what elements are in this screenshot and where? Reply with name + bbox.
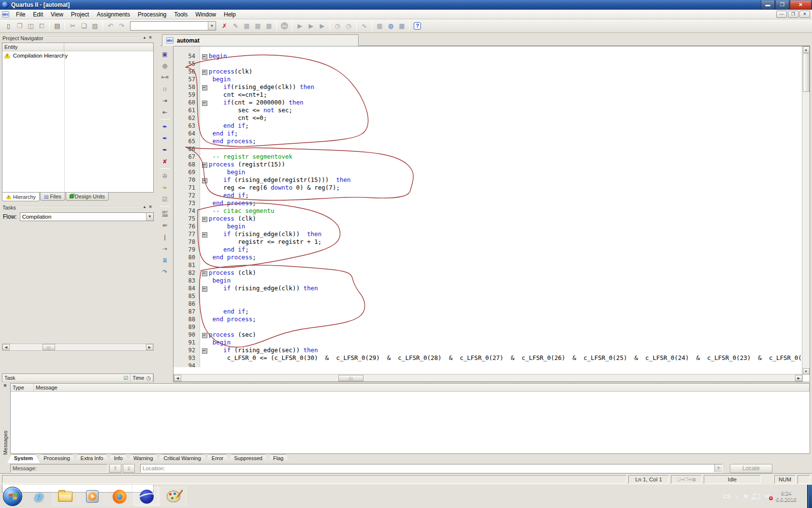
next-message-button[interactable]: ⇓ xyxy=(123,464,135,473)
code-line-94[interactable]: 94 xyxy=(174,362,803,367)
show-desktop-button[interactable] xyxy=(807,485,812,508)
start-button[interactable] xyxy=(3,487,22,506)
fold-marker-icon[interactable] xyxy=(200,284,209,292)
code-line-89[interactable]: 89 xyxy=(174,323,803,331)
code-line-67[interactable]: 67 -- registr segmentovek xyxy=(174,153,803,161)
code-line-77[interactable]: 77 if (rising_edge(clk)) then xyxy=(174,230,803,238)
entity-column-header[interactable]: Entity xyxy=(2,43,153,51)
chevron-down-icon[interactable]: ▼ xyxy=(714,464,722,472)
menu-tools[interactable]: Tools xyxy=(170,10,191,19)
fold-marker-icon[interactable] xyxy=(200,176,209,184)
scroll-thumb[interactable] xyxy=(803,53,810,92)
pin-planner-button[interactable]: ▦ xyxy=(241,21,252,31)
code-line-88[interactable]: 88 end process; xyxy=(174,315,803,323)
stop-button[interactable] xyxy=(279,21,290,31)
tab-automat[interactable]: abc automat xyxy=(162,34,359,46)
tasks-header[interactable]: Tasks ▴ ✕ xyxy=(1,204,155,211)
fold-marker-icon[interactable] xyxy=(200,215,209,223)
type-column-header[interactable]: Type xyxy=(11,384,34,391)
action-center-flag-icon[interactable]: ⚑ xyxy=(743,493,749,500)
print-button[interactable]: ▤ xyxy=(52,21,63,31)
insert-template-button[interactable]: ❧ xyxy=(159,182,171,193)
menu-edit[interactable]: Edit xyxy=(29,10,47,19)
tab-design-units[interactable]: Design Units xyxy=(66,193,109,201)
tasks-hscrollbar[interactable]: ◀ ||| ▶ xyxy=(2,344,154,351)
mdi-close-button[interactable]: ✕ xyxy=(799,11,810,18)
taskbar-quartus[interactable] xyxy=(133,487,160,506)
scroll-left-icon[interactable]: ◀ xyxy=(2,344,10,350)
bookmark-prev-button[interactable]: ✒ xyxy=(159,144,171,155)
menu-processing[interactable]: Processing xyxy=(134,10,170,19)
tab-files[interactable]: ▤Files xyxy=(40,193,65,201)
code-line-86[interactable]: 86 xyxy=(174,300,803,308)
code-line-64[interactable]: 64 end if; xyxy=(174,130,803,137)
find-button[interactable]: ◎ xyxy=(159,60,171,71)
outdent-button[interactable]: ⇤ xyxy=(159,106,171,118)
bookmark-toggle-button[interactable]: ✒ xyxy=(159,121,171,132)
new-file-button[interactable]: ▯ xyxy=(3,21,14,31)
messages-tab-warning[interactable]: Warning xyxy=(127,454,160,463)
replace-change-button[interactable]: ↷ xyxy=(159,266,171,277)
messages-tab-flag[interactable]: Flag xyxy=(266,454,290,463)
collapse-icon[interactable]: ▴ xyxy=(142,35,147,41)
code-line-71[interactable]: 71 reg <= reg(6 downto 0) & reg(7); xyxy=(174,184,803,192)
tab-hierarchy[interactable]: Hierarchy xyxy=(2,193,40,201)
message-column-header[interactable]: Message xyxy=(34,384,810,391)
code-line-85[interactable]: 85 xyxy=(174,292,803,300)
task-column-header[interactable]: Task☑ xyxy=(2,374,130,382)
close-icon[interactable]: ✕ xyxy=(2,383,8,389)
code-line-58[interactable]: 58 if(rising_edge(clk)) then xyxy=(174,83,803,91)
code-editor[interactable]: 54begin5556process(clk)57 begin58 if(ris… xyxy=(173,46,810,382)
line-numbers-button[interactable]: 267 268 xyxy=(159,208,171,219)
redo-button[interactable]: ↷ xyxy=(116,21,127,31)
bookmark-next-button[interactable]: ✒ xyxy=(159,133,171,144)
open-file-button[interactable]: ❐ xyxy=(14,21,25,31)
analyze-file-button[interactable]: ☑ xyxy=(159,194,171,205)
code-line-74[interactable]: 74 -- citac segmentu xyxy=(174,207,803,215)
volume-muted-icon[interactable]: ✕ xyxy=(765,493,771,499)
scroll-thumb[interactable]: ||| xyxy=(43,344,55,350)
save-all-button[interactable]: ⧠ xyxy=(36,21,47,31)
code-line-54[interactable]: 54begin xyxy=(174,52,803,60)
netlist-viewer-button[interactable]: ◍ xyxy=(385,21,396,31)
location-combobox[interactable]: Location: ▼ xyxy=(140,464,723,473)
flow-combobox[interactable]: Compilation ▼ xyxy=(20,212,154,221)
menu-help[interactable]: Help xyxy=(220,10,240,19)
indent-button[interactable]: ⇥ xyxy=(159,95,171,106)
fold-marker-icon[interactable] xyxy=(200,83,209,91)
code-line-75[interactable]: 75process (clk) xyxy=(174,215,803,223)
code-line-72[interactable]: 72 end if; xyxy=(174,192,803,199)
code-line-73[interactable]: 73 end process; xyxy=(174,199,803,207)
editor-hscrollbar[interactable]: ◀ ||| ▶ xyxy=(174,374,803,382)
attach-button[interactable]: ✇ xyxy=(159,170,171,181)
messages-tab-error[interactable]: Error xyxy=(205,454,230,463)
toolbar-combobox[interactable]: ▼ xyxy=(130,21,216,30)
undo-button[interactable]: ↶ xyxy=(105,21,116,31)
menu-view[interactable]: View xyxy=(47,10,67,19)
messages-tab-extra-info[interactable]: Extra Info xyxy=(74,454,110,463)
previous-message-button[interactable]: ⇑ xyxy=(109,464,121,473)
comment-button[interactable]: ab/ xyxy=(159,220,171,231)
close-icon[interactable]: ✕ xyxy=(147,35,153,41)
waveform-button[interactable]: ∿ xyxy=(359,21,370,31)
cursor-button[interactable]: | xyxy=(159,231,171,242)
fold-marker-icon[interactable] xyxy=(200,161,209,168)
programmer-button[interactable]: ▦ xyxy=(374,21,385,31)
locate-button[interactable]: Locate xyxy=(730,464,772,473)
taskbar-firefox[interactable] xyxy=(106,487,132,506)
assignment-editor-button[interactable]: ✎ xyxy=(230,21,241,31)
start-io-assignment-button[interactable]: ▶ xyxy=(317,21,328,31)
code-line-91[interactable]: 91 begin xyxy=(174,339,803,346)
copy-button[interactable]: ❏ xyxy=(78,21,89,31)
timing-analyzer-button[interactable]: ◷ xyxy=(343,21,354,31)
close-project-button[interactable]: ✗ xyxy=(219,21,230,31)
collapse-icon[interactable]: ▴ xyxy=(142,205,147,210)
scroll-thumb[interactable]: ||| xyxy=(338,375,363,381)
cut-button[interactable]: ✂ xyxy=(67,21,78,31)
code-line-59[interactable]: 59 cnt <=cnt+1; xyxy=(174,91,803,99)
match-delimiter-button[interactable]: { } xyxy=(159,83,171,94)
align-button[interactable]: ≣ xyxy=(159,254,171,266)
messages-tab-system[interactable]: System xyxy=(7,454,40,463)
editor-vscrollbar[interactable]: ▲ ▼ xyxy=(802,46,810,375)
tray-expand-icon[interactable]: ▲ xyxy=(735,494,739,499)
